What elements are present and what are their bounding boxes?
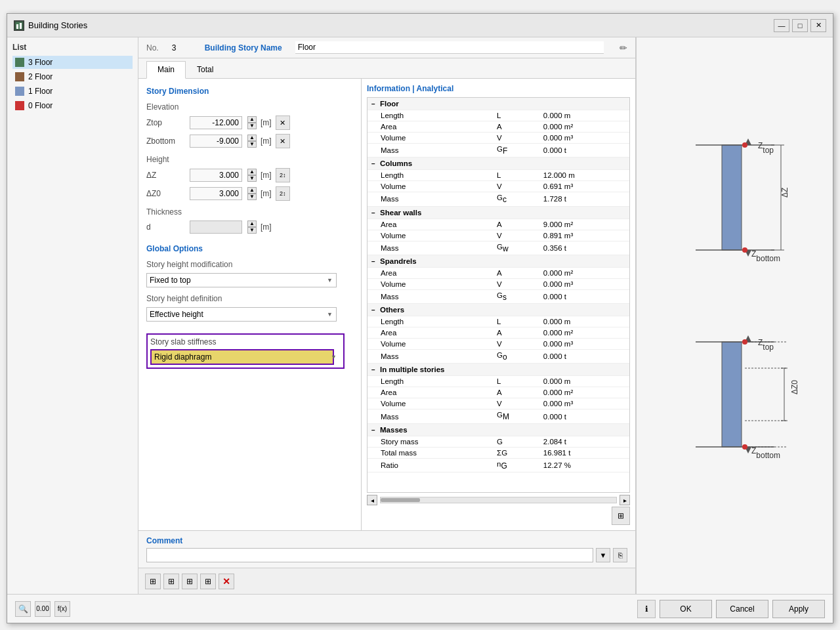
category-columns: − Columns [368,158,629,170]
stiffness-select[interactable]: Rigid diaphragm Semi-rigid diaphragm Non… [150,349,334,365]
floor-color-2 [15,72,24,81]
collapse-spandrels[interactable]: − [371,258,375,265]
table-row: VolumeV0.691 m³ [368,181,629,192]
zbottom-input[interactable] [190,135,242,148]
story-dimension-title: Story Dimension [146,87,353,96]
footer-search-icon[interactable]: 🔍 [15,601,31,617]
comment-copy-icon[interactable]: ⎘ [613,548,627,562]
zbottom-arrows: ▲ ▼ [247,135,257,148]
svg-rect-1 [16,24,18,29]
table-row: MassGw0.356 t [368,241,629,255]
delete-button[interactable]: ✕ [219,574,234,589]
taskbar-icon-1[interactable]: ⊞ [145,574,161,589]
scroll-right[interactable]: ▸ [620,495,630,505]
edit-icon[interactable]: ✏ [620,43,627,53]
height-label: Height [146,155,353,164]
table-row: Story massG2.084 t [368,436,629,447]
category-shear-walls: − Shear walls [368,206,629,219]
taskbar-icon-4[interactable]: ⊞ [200,574,216,589]
sidebar-item-0floor[interactable]: 0 Floor [12,99,133,112]
table-settings-icon[interactable]: ⊞ [612,507,630,525]
taskbar-icon-2[interactable]: ⊞ [163,574,179,589]
story-height-mod-select[interactable]: Fixed to top Fixed to bottom [146,273,337,287]
collapse-floor[interactable]: − [371,100,375,108]
table-row: RationG12.27 % [368,458,629,472]
dz-input[interactable] [190,169,242,182]
table-row: VolumeV0.891 m³ [368,230,629,241]
d-down[interactable]: ▼ [247,227,257,234]
dz-label: ΔZ [146,171,186,180]
story-height-def-select[interactable]: Effective height Total height [146,307,337,322]
floor-color-1 [15,87,24,96]
h-scrollbar[interactable] [380,497,617,503]
bottom-bar: ⊞ ⊞ ⊞ ⊞ ✕ [138,568,635,594]
scroll-left[interactable]: ◂ [367,495,377,505]
ztop-down[interactable]: ▼ [247,123,257,129]
table-row: MassGs0.000 t [368,289,629,303]
svg-point-27 [742,339,747,345]
minimize-button[interactable]: — [774,19,789,32]
table-row: LengthL0.000 m [368,376,629,387]
ok-button[interactable]: OK [660,600,712,618]
category-floor: − Floor [368,98,629,110]
sidebar: List 3 Floor 2 Floor 1 Floor 0 Floor [7,37,138,594]
cancel-button[interactable]: Cancel [716,600,768,618]
d-input[interactable] [190,220,242,234]
collapse-multiple[interactable]: − [371,366,375,373]
ztop-up[interactable]: ▲ [247,116,257,123]
ztop-action-icon[interactable]: ✕ [276,116,290,130]
ztop-input[interactable] [190,116,242,129]
comment-input[interactable] [146,548,593,562]
collapse-shear-walls[interactable]: − [371,209,375,217]
dz0-label: ΔZ0 [146,189,186,198]
dz0-up[interactable]: ▲ [247,187,257,194]
apply-button[interactable]: Apply [772,600,825,618]
sidebar-item-3floor[interactable]: 3 Floor [12,56,133,69]
zbottom-action-icon[interactable]: ✕ [276,134,290,148]
collapse-columns[interactable]: − [371,160,375,167]
category-in-multiple: − In multiple stories [368,364,629,376]
zbottom-down[interactable]: ▼ [247,141,257,148]
comment-dropdown-icon[interactable]: ▼ [596,548,610,562]
close-button[interactable]: ✕ [810,19,826,32]
tab-total[interactable]: Total [186,61,224,78]
d-label: d [146,222,186,232]
sidebar-item-1floor[interactable]: 1 Floor [12,85,133,98]
diagram-panel: Ztop Zbottom ΔZ [636,37,833,594]
story-name-input[interactable] [295,41,604,54]
svg-text:Ztop: Ztop [758,141,774,155]
dz0-down[interactable]: ▼ [247,194,257,200]
footer-info-icon[interactable]: ℹ [637,600,656,618]
sidebar-item-2floor[interactable]: 2 Floor [12,70,133,83]
footer-fx-icon[interactable]: f(x) [54,601,70,617]
zbottom-up[interactable]: ▲ [247,135,257,141]
dz-action-icon[interactable]: 2↕ [276,168,290,182]
table-row: VolumeV0.000 m³ [368,278,629,289]
collapse-masses[interactable]: − [371,427,375,434]
dz-down[interactable]: ▼ [247,175,257,182]
svg-text:ΔZ: ΔZ [780,188,789,198]
info-title: Information | Analytical [367,84,630,93]
category-masses: − Masses [368,423,629,436]
footer: 🔍 0.00 f(x) ℹ OK Cancel Apply [7,594,833,623]
thickness-label: Thickness [146,207,353,217]
collapse-others[interactable]: − [371,306,375,314]
taskbar-icon-3[interactable]: ⊞ [182,574,198,589]
d-up[interactable]: ▲ [247,220,257,227]
svg-text:Zbottom: Zbottom [751,249,780,263]
dz-up[interactable]: ▲ [247,169,257,175]
title-bar: Building Stories — □ ✕ [7,14,833,37]
tab-main[interactable]: Main [146,61,186,79]
app-icon [14,20,24,31]
dz0-row: ΔZ0 ▲ ▼ [m] 2↕ [146,186,353,201]
svg-rect-16 [722,342,742,447]
dz0-action-icon[interactable]: 2↕ [276,186,290,201]
maximize-button[interactable]: □ [792,19,808,32]
sidebar-item-label-0floor: 0 Floor [28,101,52,110]
taskbar: ⊞ ⊞ ⊞ ⊞ ✕ [145,574,234,589]
ztop-arrows: ▲ ▼ [247,116,257,129]
dz0-input[interactable] [190,187,242,200]
table-row: MassGF0.000 t [368,144,629,158]
footer-tools-icon[interactable]: 0.00 [35,601,51,617]
table-row: LengthL12.000 m [368,170,629,181]
